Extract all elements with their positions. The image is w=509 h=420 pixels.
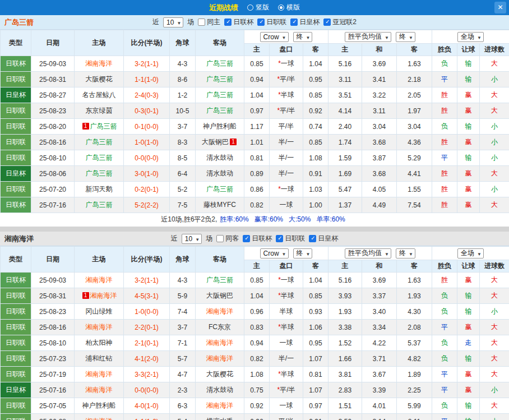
result-handicap-cell: 赢	[457, 367, 480, 382]
match-row: 日职联25-08-23冈山绿雉1-0(0-0)7-4湘南海洋0.96半球0.93…	[1, 304, 509, 320]
home-team-cell[interactable]: 广岛三箭	[75, 197, 124, 213]
away-team-cell[interactable]: 横滨水手	[196, 414, 244, 420]
odds-source-select[interactable]: Crow	[260, 32, 289, 42]
away-team-cell[interactable]: 广岛三箭	[196, 103, 244, 119]
home-team-cell[interactable]: 名古屋鲸八	[75, 87, 124, 103]
odds-source-select[interactable]: Crow	[260, 248, 289, 259]
avg-home-cell: 3.38	[328, 320, 362, 335]
away-team-cell[interactable]: 神户胜利船	[196, 119, 244, 135]
close-button[interactable]: ✕	[494, 2, 506, 13]
league-type-cell: 日职联	[1, 182, 31, 197]
home-team-cell[interactable]: 1湘南海洋	[75, 288, 124, 304]
home-team-cell[interactable]: 广岛三箭	[75, 150, 124, 166]
filter-checkbox[interactable]: 日联杯	[243, 234, 272, 243]
score-cell: 3-0(1-0)	[124, 166, 170, 182]
games-count-select[interactable]: 10	[163, 17, 183, 27]
scope-select-group: 全场	[432, 247, 509, 260]
filter-checkbox[interactable]: 日皇杯	[290, 17, 320, 27]
home-team-cell[interactable]: 湘南海洋	[75, 382, 124, 398]
away-team-cell[interactable]: FC东京	[196, 320, 244, 335]
away-team-cell[interactable]: 湘南海洋	[196, 398, 244, 414]
avg-source-select[interactable]: 胜平负均值	[345, 248, 391, 259]
date-cell: 25-06-28	[31, 414, 75, 420]
away-team-cell[interactable]: 广岛三箭	[196, 56, 244, 72]
match-rows: 日联杯25-09-03湘南海洋3-2(1-1)4-3广岛三箭0.85*一球1.0…	[1, 273, 509, 420]
filter-checkbox[interactable]: 同主	[198, 17, 220, 27]
home-team-cell[interactable]: 湘南海洋	[75, 273, 124, 288]
filter-checkbox[interactable]: 同客	[216, 234, 239, 243]
match-row: 日职联25-08-10柏太阳神2-1(0-1)7-1湘南海洋0.94一球0.95…	[1, 335, 509, 351]
avg-final-select[interactable]: 终	[396, 248, 415, 259]
home-team-cell[interactable]: 柏太阳神	[75, 335, 124, 351]
home-team-cell[interactable]: 浦和红钻	[75, 351, 124, 367]
away-team-cell[interactable]: 清水鼓动	[196, 382, 244, 398]
odds-home-cell: 1.08	[244, 367, 270, 382]
away-team-cell[interactable]: 湘南海洋	[196, 304, 244, 320]
avg-final-select[interactable]: 终	[396, 32, 415, 42]
date-cell: 25-07-16	[31, 382, 75, 398]
home-team-cell[interactable]: 广岛三箭	[75, 166, 124, 182]
odds-home-cell: 0.89	[244, 166, 270, 182]
home-team-cell[interactable]: 大阪樱花	[75, 72, 124, 87]
away-team-cell[interactable]: 广岛三箭	[196, 182, 244, 197]
date-cell: 25-07-16	[31, 197, 75, 213]
home-team-cell[interactable]: 冈山绿雉	[75, 304, 124, 320]
filter-checkbox[interactable]: 日皇杯	[309, 234, 338, 243]
filter-checkbox[interactable]: 日联杯	[224, 17, 253, 27]
red-card-badge: 1	[82, 292, 89, 299]
home-team-cell[interactable]: 湘南海洋	[75, 414, 124, 420]
odds-away-cell: 1.06	[303, 320, 328, 335]
result-wdl-cell: 胜	[432, 87, 457, 103]
section-team-title: 湘南海洋	[4, 234, 34, 244]
filter-checkbox-label: 日职联	[266, 17, 286, 27]
home-team-cell[interactable]: 湘南海洋	[75, 367, 124, 382]
layout-radio-vertical[interactable]: 竖版	[247, 3, 269, 12]
home-team-cell[interactable]: 1广岛三箭	[75, 119, 124, 135]
away-team-cell[interactable]: 湘南海洋	[196, 351, 244, 367]
away-team-cell[interactable]: 广岛三箭	[196, 273, 244, 288]
games-count-select[interactable]: 10	[182, 234, 202, 244]
odds-final-select[interactable]: 终	[293, 32, 313, 42]
home-team-cell[interactable]: 湘南海洋	[75, 56, 124, 72]
filter-checkbox[interactable]: 日职联	[257, 17, 286, 27]
away-team-cell[interactable]: 清水鼓动	[196, 150, 244, 166]
result-wdl-cell: 负	[432, 56, 457, 72]
home-team-cell[interactable]: 湘南海洋	[75, 320, 124, 335]
avg-draw-cell: 3.69	[362, 273, 397, 288]
away-team-cell[interactable]: 大阪钢巴	[196, 288, 244, 304]
team-name: 湘南海洋	[86, 417, 113, 420]
home-team-cell[interactable]: 东京绿茵	[75, 103, 124, 119]
odds-final-select[interactable]: 终	[293, 248, 313, 259]
league-type-cell: 日职联	[1, 288, 31, 304]
filter-checkbox-label: 日职联	[285, 234, 305, 243]
away-team-cell[interactable]: 藤枝MYFC	[196, 197, 244, 213]
odds-home-cell: 0.96	[244, 304, 270, 320]
home-team-cell[interactable]: 新泻天鹅	[75, 182, 124, 197]
filter-checkbox[interactable]: 亚冠联2	[323, 17, 357, 27]
home-team-cell[interactable]: 神户胜利船	[75, 398, 124, 414]
away-team-cell[interactable]: 大阪钢巴1	[196, 135, 244, 150]
scope-select[interactable]: 全场	[457, 248, 484, 259]
team-name: 广岛三箭	[206, 185, 233, 193]
score-cell: 0-3(0-1)	[124, 103, 170, 119]
col-header: 客场	[196, 30, 244, 56]
sub-col-header: 主	[328, 44, 362, 56]
league-type-cell: 日皇杯	[1, 166, 31, 182]
team-name: 神户胜利船	[203, 122, 237, 130]
team-name: 神户胜利船	[82, 401, 116, 409]
result-handicap-cell: 输	[457, 150, 480, 166]
filter-checkbox[interactable]: 日职联	[276, 234, 305, 243]
away-team-cell[interactable]: 湘南海洋	[196, 335, 244, 351]
away-team-cell[interactable]: 广岛三箭	[196, 72, 244, 87]
sub-col-header: 客	[397, 260, 432, 273]
handicap-cell: *半球	[270, 87, 303, 103]
away-team-cell[interactable]: 清水鼓动	[196, 166, 244, 182]
layout-radio-horizontal[interactable]: 横版	[278, 3, 300, 12]
avg-source-select[interactable]: 胜平负均值	[345, 32, 391, 42]
scope-select[interactable]: 全场	[457, 32, 484, 42]
col-header: 角球	[170, 247, 196, 273]
home-team-cell[interactable]: 广岛三箭	[75, 135, 124, 150]
away-team-cell[interactable]: 广岛三箭	[196, 87, 244, 103]
away-team-cell[interactable]: 大阪樱花	[196, 367, 244, 382]
col-header: 日期	[31, 30, 75, 56]
